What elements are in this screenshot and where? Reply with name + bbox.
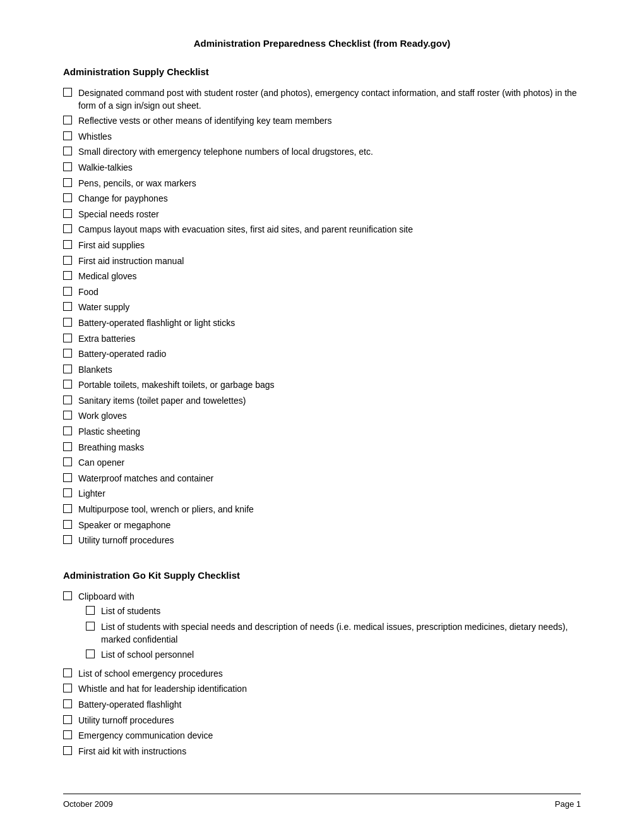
- list-item: Whistles: [63, 131, 581, 143]
- section2: Administration Go Kit Supply Checklist C…: [63, 570, 581, 758]
- item-text: Multipurpose tool, wrench or pliers, and…: [78, 504, 254, 516]
- checkbox-icon[interactable]: [63, 396, 72, 404]
- checkbox-icon[interactable]: [63, 271, 72, 280]
- list-item: Clipboard with List of students List of …: [63, 591, 581, 665]
- item-text: Blankets: [78, 364, 112, 377]
- item-text: Special needs roster: [78, 208, 159, 221]
- checkbox-icon[interactable]: [63, 442, 72, 451]
- checkbox-icon[interactable]: [63, 365, 72, 373]
- checkbox-icon[interactable]: [63, 256, 72, 265]
- item-text: Utility turnoff procedures: [78, 535, 174, 547]
- item-text: Plastic sheeting: [78, 426, 140, 438]
- checkbox-icon[interactable]: [63, 178, 72, 187]
- list-item: Breathing masks: [63, 442, 581, 454]
- checkbox-icon[interactable]: [63, 684, 72, 692]
- checkbox-icon[interactable]: [63, 380, 72, 389]
- item-text: List of students with special needs and …: [101, 621, 581, 646]
- list-item: Can opener: [63, 457, 581, 469]
- list-item: List of school emergency procedures: [63, 668, 581, 680]
- checkbox-icon[interactable]: [86, 606, 95, 615]
- checkbox-icon[interactable]: [63, 730, 72, 739]
- footer-date: October 2009: [63, 799, 113, 809]
- section1-heading: Administration Supply Checklist: [63, 66, 581, 77]
- checkbox-icon[interactable]: [63, 224, 72, 233]
- page: Administration Preparedness Checklist (f…: [0, 0, 644, 834]
- checkbox-icon[interactable]: [63, 504, 72, 513]
- list-item: List of school personnel: [86, 649, 581, 662]
- item-text: Lighter: [78, 488, 105, 500]
- checkbox-icon[interactable]: [63, 209, 72, 218]
- item-text: Pens, pencils, or wax markers: [78, 178, 196, 190]
- checkbox-icon[interactable]: [63, 457, 72, 466]
- list-item: Battery-operated flashlight or light sti…: [63, 317, 581, 330]
- list-item: Small directory with emergency telephone…: [63, 146, 581, 159]
- list-item: Battery-operated flashlight: [63, 699, 581, 711]
- item-text: List of students: [101, 605, 160, 618]
- list-item: First aid kit with instructions: [63, 746, 581, 758]
- list-item: Medical gloves: [63, 270, 581, 283]
- list-item: Campus layout maps with evacuation sites…: [63, 224, 581, 236]
- item-text: Whistle and hat for leadership identific…: [78, 683, 247, 696]
- list-item: Pens, pencils, or wax markers: [63, 178, 581, 190]
- list-item: Emergency communication device: [63, 730, 581, 742]
- checkbox-icon[interactable]: [63, 699, 72, 708]
- item-text: Food: [78, 286, 98, 299]
- main-title: Administration Preparedness Checklist (f…: [63, 38, 581, 49]
- checkbox-icon[interactable]: [63, 426, 72, 435]
- list-item: Utility turnoff procedures: [63, 535, 581, 547]
- item-text: Extra batteries: [78, 333, 135, 346]
- list-item: Work gloves: [63, 410, 581, 423]
- item-text: Sanitary items (toilet paper and towelet…: [78, 395, 246, 408]
- checkbox-icon[interactable]: [86, 622, 95, 631]
- checkbox-icon[interactable]: [63, 591, 72, 600]
- checkbox-icon[interactable]: [63, 520, 72, 529]
- checkbox-icon[interactable]: [63, 240, 72, 249]
- list-item: Food: [63, 286, 581, 299]
- checkbox-icon[interactable]: [63, 116, 72, 124]
- list-item: Reflective vests or other means of ident…: [63, 115, 581, 128]
- checkbox-icon[interactable]: [63, 131, 72, 140]
- checkbox-icon[interactable]: [63, 318, 72, 327]
- checkbox-icon[interactable]: [86, 650, 95, 658]
- item-text: Campus layout maps with evacuation sites…: [78, 224, 413, 236]
- checkbox-icon[interactable]: [63, 334, 72, 342]
- list-item: Multipurpose tool, wrench or pliers, and…: [63, 504, 581, 516]
- checkbox-icon[interactable]: [63, 668, 72, 677]
- checkbox-icon[interactable]: [63, 746, 72, 755]
- list-item: Special needs roster: [63, 208, 581, 221]
- list-item: Utility turnoff procedures: [63, 715, 581, 727]
- checkbox-icon[interactable]: [63, 473, 72, 482]
- item-text: First aid supplies: [78, 239, 145, 252]
- item-text: Work gloves: [78, 410, 127, 423]
- item-text: Medical gloves: [78, 270, 137, 283]
- item-text: Utility turnoff procedures: [78, 715, 174, 727]
- list-item: Sanitary items (toilet paper and towelet…: [63, 395, 581, 408]
- list-item: Blankets: [63, 364, 581, 377]
- list-item: First aid instruction manual: [63, 255, 581, 268]
- list-item: Change for payphones: [63, 193, 581, 205]
- item-text: Whistles: [78, 131, 112, 143]
- list-item: Speaker or megaphone: [63, 519, 581, 532]
- checkbox-icon[interactable]: [63, 349, 72, 358]
- section1-checklist: Designated command post with student ros…: [63, 87, 581, 547]
- sub-checklist: List of students List of students with s…: [86, 605, 581, 664]
- item-text: Breathing masks: [78, 442, 144, 454]
- checkbox-icon[interactable]: [63, 287, 72, 296]
- list-item: Designated command post with student ros…: [63, 87, 581, 112]
- item-text: Water supply: [78, 301, 129, 314]
- list-item: Battery-operated radio: [63, 348, 581, 361]
- checkbox-icon[interactable]: [63, 147, 72, 155]
- item-text: Speaker or megaphone: [78, 519, 170, 532]
- list-item: Lighter: [63, 488, 581, 500]
- checkbox-icon[interactable]: [63, 488, 72, 497]
- checkbox-icon[interactable]: [63, 88, 72, 97]
- checkbox-icon[interactable]: [63, 193, 72, 202]
- checkbox-icon[interactable]: [63, 411, 72, 420]
- checkbox-icon[interactable]: [63, 715, 72, 724]
- item-text: Designated command post with student ros…: [78, 87, 581, 112]
- checkbox-icon[interactable]: [63, 302, 72, 311]
- item-text: Waterproof matches and container: [78, 473, 213, 485]
- item-text: Walkie-talkies: [78, 162, 133, 174]
- checkbox-icon[interactable]: [63, 535, 72, 544]
- checkbox-icon[interactable]: [63, 162, 72, 171]
